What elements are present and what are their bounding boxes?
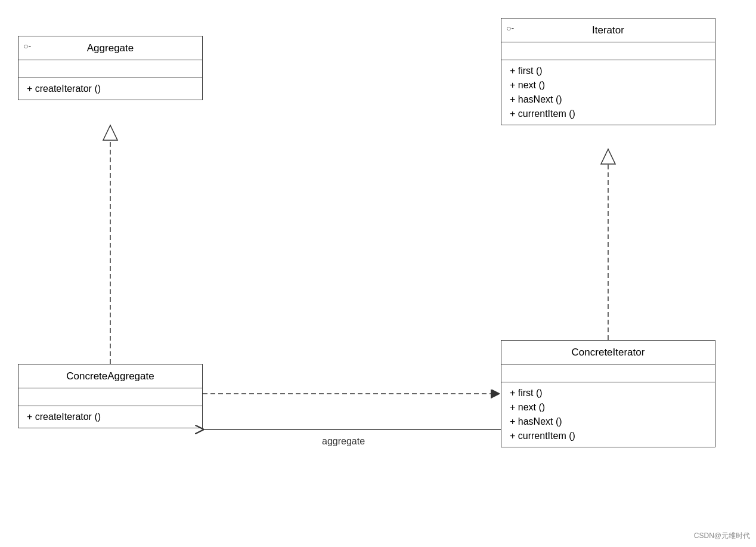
iterator-class: ○- Iterator + first () + next () + hasNe… [501, 18, 715, 125]
concrete-aggregate-class: ConcreteAggregate + createIterator () [18, 364, 203, 428]
aggregate-methods: + createIterator () [18, 78, 202, 100]
aggregate-title: Aggregate [87, 42, 134, 54]
iterator-inheritance-triangle [601, 149, 615, 164]
aggregate-method-1: + createIterator () [27, 82, 194, 96]
iterator-method-4: + currentItem () [510, 107, 707, 121]
concrete-aggregate-attributes [18, 388, 202, 406]
concrete-iterator-title: ConcreteIterator [572, 347, 645, 359]
concrete-aggregate-header: ConcreteAggregate [18, 364, 202, 388]
concrete-iterator-methods: + first () + next () + hasNext () + curr… [501, 382, 715, 447]
concrete-iterator-method-4: + currentItem () [510, 429, 707, 443]
concrete-aggregate-method-1: + createIterator () [27, 410, 194, 424]
aggregate-attributes [18, 60, 202, 78]
iterator-title: Iterator [592, 24, 624, 36]
interface-icon-iterator: ○- [506, 23, 514, 33]
concrete-iterator-attributes [501, 364, 715, 382]
iterator-method-1: + first () [510, 64, 707, 78]
interface-icon-aggregate: ○- [23, 41, 31, 51]
concrete-iterator-method-1: + first () [510, 386, 707, 400]
concrete-iterator-method-3: + hasNext () [510, 415, 707, 429]
concrete-iterator-class: ConcreteIterator + first () + next () + … [501, 340, 715, 447]
uml-diagram: ○- Aggregate + createIterator () ○- Iter… [0, 0, 756, 547]
concrete-aggregate-title: ConcreteAggregate [66, 370, 154, 382]
aggregate-label: aggregate [322, 436, 365, 446]
iterator-attributes [501, 42, 715, 60]
iterator-method-2: + next () [510, 78, 707, 92]
iterator-method-3: + hasNext () [510, 92, 707, 107]
iterator-header: ○- Iterator [501, 18, 715, 42]
iterator-methods: + first () + next () + hasNext () + curr… [501, 60, 715, 125]
aggregate-header: ○- Aggregate [18, 36, 202, 60]
concrete-iterator-method-2: + next () [510, 400, 707, 415]
concrete-aggregate-methods: + createIterator () [18, 406, 202, 428]
watermark: CSDN@元维时代 [694, 531, 750, 541]
concrete-iterator-header: ConcreteIterator [501, 341, 715, 364]
aggregate-inheritance-triangle [103, 125, 117, 140]
aggregate-class: ○- Aggregate + createIterator () [18, 36, 203, 100]
